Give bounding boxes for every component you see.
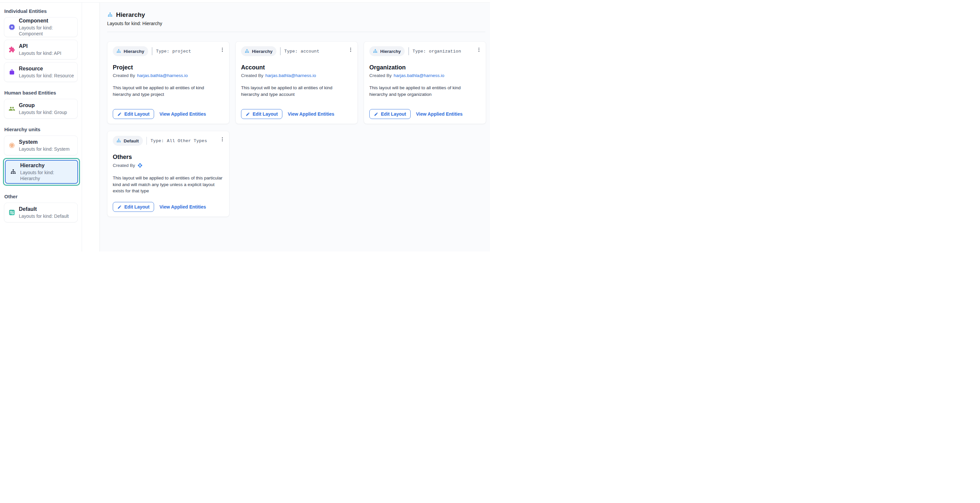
sidebar-item-description: Layouts for kind: Resource — [19, 73, 74, 79]
sidebar-item-group[interactable]: Group Layouts for kind: Group — [4, 99, 78, 119]
view-applied-entities-link[interactable]: View Applied Entities — [159, 204, 206, 209]
sidebar-section-label: Human based Entities — [4, 90, 77, 95]
badge-type-divider — [152, 47, 153, 55]
view-applied-entities-link[interactable]: View Applied Entities — [416, 111, 463, 117]
entity-kind-list: Individual Entities Component Layouts fo… — [0, 3, 82, 252]
sidebar-item-title: Resource — [19, 65, 74, 72]
hierarchy-icon — [116, 138, 121, 143]
card-actions: Edit Layout View Applied Entities — [241, 109, 334, 119]
created-by-link[interactable]: harjas.bathla@harness.io — [137, 73, 188, 78]
card-type: Type: organization — [413, 49, 461, 54]
kebab-icon — [348, 47, 353, 52]
card-menu-button[interactable] — [346, 45, 355, 54]
sidebar-item-title: Hierarchy — [20, 162, 75, 169]
pencil-icon — [374, 112, 378, 116]
card-menu-button[interactable] — [218, 135, 226, 144]
created-by-label: Created By — [113, 73, 135, 78]
sidebar-section-label: Hierarchy units — [4, 127, 77, 132]
sidebar-item-resource[interactable]: Resource Layouts for kind: Resource — [4, 62, 78, 82]
kind-badge-label: Hierarchy — [124, 49, 144, 54]
edit-layout-button[interactable]: Edit Layout — [113, 109, 154, 119]
card-title: Organization — [369, 64, 480, 71]
sidebar-item-api[interactable]: API Layouts for kind: API — [4, 40, 78, 59]
sidebar-section-label: Individual Entities — [4, 8, 77, 14]
app-shell: Individual Entities Component Layouts fo… — [0, 3, 490, 252]
sidebar-section: Individual Entities Component Layouts fo… — [4, 8, 78, 82]
layout-card-project: Hierarchy Type: project Project Created … — [107, 41, 229, 124]
card-badge-row: Default Type: All Other Types — [113, 136, 224, 146]
sidebar-item-title: Default — [19, 206, 69, 213]
sidebar-item-description: Layouts for kind: System — [19, 146, 70, 152]
created-by-row: Created By harjas.bathla@harness.io — [369, 73, 480, 78]
resource-icon — [9, 69, 15, 75]
layout-card-others: Default Type: All Other Types Others Cre… — [107, 131, 229, 217]
card-description: This layout will be applied to all entit… — [113, 85, 224, 97]
card-actions: Edit Layout View Applied Entities — [113, 202, 206, 212]
view-applied-entities-link[interactable]: View Applied Entities — [159, 111, 206, 117]
kebab-icon — [476, 47, 482, 52]
system-icon — [9, 142, 15, 149]
sidebar-item-hierarchy[interactable]: Hierarchy Layouts for kind: Hierarchy — [5, 160, 78, 184]
card-type-value: All Other Types — [167, 138, 207, 143]
badge-type-divider — [408, 47, 409, 55]
sidebar-item-title: API — [19, 43, 61, 49]
hierarchy-icon — [244, 49, 250, 54]
card-badge-row: Hierarchy Type: account — [241, 46, 352, 56]
sidebar-item-description: Layouts for kind: Hierarchy — [20, 170, 75, 181]
edit-layout-button[interactable]: Edit Layout — [113, 202, 154, 212]
view-applied-entities-link[interactable]: View Applied Entities — [288, 111, 334, 117]
card-menu-button[interactable] — [218, 45, 226, 54]
kebab-icon — [220, 136, 225, 142]
kind-badge: Hierarchy — [113, 46, 148, 56]
created-by-link[interactable]: harjas.bathla@harness.io — [394, 73, 444, 78]
hierarchy-icon — [10, 168, 16, 175]
group-icon — [9, 105, 15, 112]
main-content: Hierarchy Layouts for kind: Hierarchy Hi… — [100, 3, 490, 252]
sidebar-item-component[interactable]: Component Layouts for kind: Component — [4, 17, 78, 37]
api-icon — [9, 46, 15, 53]
badge-type-divider — [280, 47, 281, 55]
top-bar — [0, 0, 490, 3]
card-type-label: Type: — [150, 138, 164, 143]
hierarchy-icon — [372, 49, 378, 54]
sidebar-item-description: Layouts for kind: Group — [19, 109, 67, 115]
header-divider — [107, 32, 485, 32]
hierarchy-icon — [107, 12, 113, 18]
sidebar-item-default[interactable]: Default Layouts for kind: Default — [4, 203, 78, 222]
created-by-row: Created By harjas.bathla@harness.io — [113, 73, 224, 78]
created-by-label: Created By — [241, 73, 264, 78]
badge-type-divider — [146, 137, 147, 145]
kind-badge: Hierarchy — [369, 46, 405, 56]
kind-badge-label: Hierarchy — [380, 49, 401, 54]
card-type-label: Type: — [284, 49, 298, 54]
pencil-icon — [118, 112, 122, 116]
layout-card-grid: Hierarchy Type: project Project Created … — [107, 41, 486, 217]
pencil-icon — [246, 112, 250, 116]
card-type: Type: project — [156, 49, 191, 54]
kind-badge-label: Default — [124, 138, 139, 143]
card-description: This layout will be applied to all entit… — [241, 85, 352, 97]
kind-badge: Default — [113, 136, 143, 146]
sidebar-section: Hierarchy units System Layouts for kind:… — [4, 127, 78, 186]
card-type: Type: account — [284, 49, 320, 54]
card-actions: Edit Layout View Applied Entities — [113, 109, 206, 119]
sidebar-item-system[interactable]: System Layouts for kind: System — [4, 135, 78, 156]
layout-card-account: Hierarchy Type: account Account Created … — [235, 41, 358, 124]
sidebar-item-title: System — [19, 139, 70, 145]
card-type-label: Type: — [413, 49, 426, 54]
card-description: This layout will be applied to all entit… — [369, 85, 480, 97]
card-type-value: project — [172, 49, 191, 54]
edit-layout-button[interactable]: Edit Layout — [369, 109, 410, 119]
card-menu-button[interactable] — [474, 45, 483, 54]
card-badge-row: Hierarchy Type: organization — [369, 46, 480, 56]
page-header: Hierarchy — [107, 11, 486, 19]
sidebar: Individual Entities Component Layouts fo… — [0, 3, 100, 252]
hierarchy-icon — [116, 49, 121, 54]
created-by-link[interactable]: harjas.bathla@harness.io — [266, 73, 316, 78]
card-title: Account — [241, 64, 352, 71]
created-by-row: Created By harjas.bathla@harness.io — [241, 73, 352, 78]
sidebar-item-description: Layouts for kind: Component — [19, 25, 75, 36]
edit-layout-button[interactable]: Edit Layout — [241, 109, 282, 119]
sidebar-item-description: Layouts for kind: Default — [19, 213, 69, 219]
default-icon — [9, 209, 15, 216]
